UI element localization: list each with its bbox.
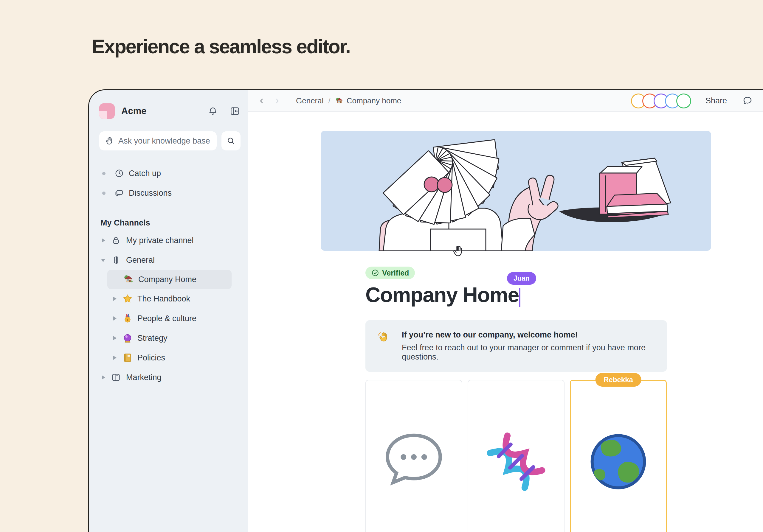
document-canvas: Verified Company Home Juan If you’re new… bbox=[248, 112, 763, 532]
channel-label: Marketing bbox=[126, 373, 162, 382]
collaborator-selection-rebekka: Rebekka bbox=[595, 373, 641, 387]
unread-dot bbox=[102, 192, 105, 195]
verified-badge[interactable]: Verified bbox=[366, 267, 415, 279]
check-circle-icon bbox=[372, 269, 379, 277]
channel-label: Policies bbox=[137, 353, 165, 363]
app-window: Acme Ask your knowledge base bbox=[88, 89, 763, 532]
cards-row-1: How we communicate Communication is the … bbox=[366, 380, 667, 532]
verified-label: Verified bbox=[382, 269, 409, 277]
dna-icon bbox=[478, 527, 554, 532]
chevron-right-icon[interactable] bbox=[112, 315, 118, 321]
clock-icon bbox=[114, 169, 124, 178]
chevron-right-icon[interactable] bbox=[112, 355, 118, 361]
chevron-right-icon[interactable] bbox=[100, 374, 106, 380]
main-panel: General / Company home Share bbox=[248, 90, 763, 532]
search-input[interactable]: Ask your knowledge base bbox=[99, 132, 217, 150]
sidebar-section-title: My Channels bbox=[100, 218, 241, 227]
unread-dot bbox=[102, 172, 105, 175]
sidebar-item-label: Discussions bbox=[129, 189, 172, 198]
globe-icon bbox=[581, 527, 656, 532]
channel-label: Strategy bbox=[137, 334, 167, 343]
sidebar-item-strategy[interactable]: Strategy bbox=[89, 328, 241, 348]
house-icon bbox=[335, 97, 344, 105]
breadcrumb-current[interactable]: Company home bbox=[347, 96, 401, 106]
svg-text:1: 1 bbox=[127, 318, 129, 322]
chevron-right-icon[interactable] bbox=[112, 335, 118, 341]
cover-illustration bbox=[321, 131, 711, 251]
door-icon bbox=[111, 255, 121, 265]
hand-icon bbox=[105, 136, 114, 146]
forward-button[interactable] bbox=[272, 96, 282, 106]
sidebar-item-company-home[interactable]: Company Home bbox=[107, 270, 232, 289]
viewer-avatars bbox=[631, 94, 691, 108]
callout-title: If you’re new to our company, welcome ho… bbox=[402, 330, 655, 340]
workspace-logo-icon bbox=[99, 103, 115, 119]
search-button[interactable] bbox=[221, 132, 241, 150]
search-icon bbox=[227, 136, 236, 145]
cursor-label: Juan bbox=[507, 272, 536, 285]
breadcrumb-separator: / bbox=[328, 96, 331, 106]
sidebar-item-marketing[interactable]: Marketing bbox=[89, 368, 241, 387]
breadcrumb-parent[interactable]: General bbox=[296, 96, 324, 106]
panels-icon bbox=[111, 373, 121, 382]
chevron-right-icon[interactable] bbox=[100, 237, 106, 243]
sidebar-item-policies[interactable]: Policies bbox=[89, 348, 241, 368]
chevron-right-icon[interactable] bbox=[112, 296, 118, 302]
channel-label: Company Home bbox=[138, 275, 196, 284]
channel-label: General bbox=[126, 256, 155, 265]
collapse-sidebar-icon[interactable] bbox=[229, 106, 241, 117]
sidebar-item-general[interactable]: General bbox=[89, 250, 241, 270]
card-how-we-communicate[interactable]: How we communicate Communication is the … bbox=[366, 380, 462, 532]
channel-label: My private channel bbox=[126, 236, 194, 245]
bell-icon[interactable] bbox=[207, 106, 218, 117]
sidebar-item-label: Catch up bbox=[129, 169, 161, 178]
breadcrumb: General / Company home bbox=[296, 96, 401, 106]
sidebar: Acme Ask your knowledge base bbox=[89, 90, 248, 532]
sidebar-item-people-culture[interactable]: 1 People & culture bbox=[89, 309, 241, 328]
page-title: Experience a seamless editor. bbox=[92, 35, 350, 58]
ledger-icon bbox=[123, 353, 133, 363]
welcome-callout: If you’re new to our company, welcome ho… bbox=[366, 320, 667, 372]
collaborator-cursor-juan: Juan bbox=[519, 284, 521, 306]
avatar[interactable] bbox=[676, 94, 691, 108]
callout-body: Feel free to reach out to your manager o… bbox=[402, 343, 655, 362]
sidebar-item-the-handbook[interactable]: The Handbook bbox=[89, 289, 241, 309]
discussions-icon bbox=[114, 188, 124, 198]
sidebar-item-my-private-channel[interactable]: My private channel bbox=[89, 230, 241, 250]
channel-label: The Handbook bbox=[137, 294, 190, 304]
topbar: General / Company home Share bbox=[248, 90, 763, 112]
card-principles[interactable]: Principles We don’t force values, we’re … bbox=[468, 380, 565, 532]
document-title[interactable]: Company Home bbox=[366, 284, 519, 306]
chevron-down-icon[interactable] bbox=[100, 257, 106, 263]
crystal-ball-icon bbox=[123, 333, 133, 343]
sidebar-item-catch-up[interactable]: Catch up bbox=[89, 163, 241, 183]
medal-icon: 1 bbox=[123, 313, 133, 323]
waving-hand-icon bbox=[377, 331, 389, 343]
card-remote-handbook[interactable]: Rebekka Remote Handbook Everything about… bbox=[570, 380, 667, 532]
share-button[interactable]: Share bbox=[706, 96, 727, 106]
speech-balloon-icon bbox=[376, 527, 452, 532]
back-button[interactable] bbox=[257, 96, 267, 106]
hand-cursor-icon bbox=[451, 244, 465, 259]
document: Verified Company Home Juan If you’re new… bbox=[366, 267, 667, 532]
lock-icon bbox=[111, 236, 121, 245]
workspace-name: Acme bbox=[121, 106, 146, 117]
house-icon bbox=[123, 274, 134, 285]
star-icon bbox=[123, 294, 133, 304]
comment-bubble-icon[interactable] bbox=[742, 95, 753, 107]
search-placeholder: Ask your knowledge base bbox=[118, 136, 210, 146]
channel-label: People & culture bbox=[137, 314, 196, 323]
sidebar-item-discussions[interactable]: Discussions bbox=[89, 183, 241, 203]
